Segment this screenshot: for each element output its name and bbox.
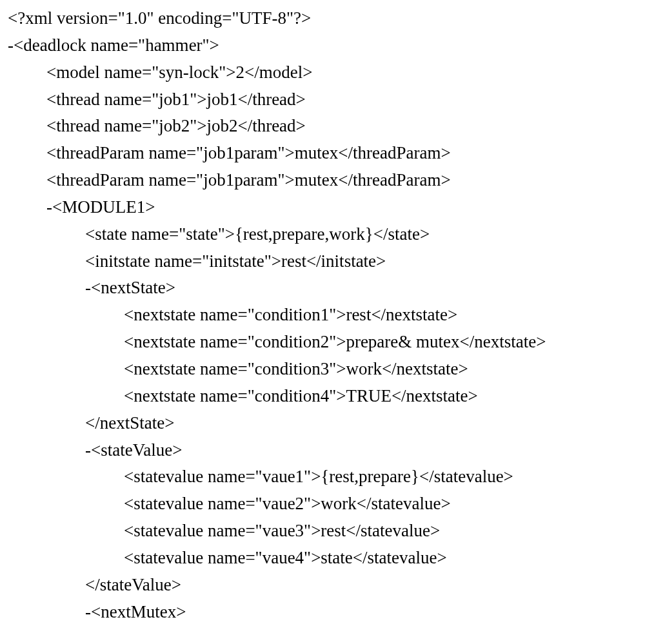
code-line: </nextState> — [8, 410, 637, 437]
code-line: <thread name="job1">job1</thread> — [8, 86, 637, 113]
code-line: -<nextState> — [8, 275, 637, 302]
xml-document: <?xml version="1.0" encoding="UTF-8"?>-<… — [8, 5, 637, 625]
code-line: <statevalue name="vaue2">work</statevalu… — [8, 491, 637, 518]
code-line: <nextstate name="condition2">prepare& mu… — [8, 329, 637, 356]
code-line: <statevalue name="vaue4">state</stateval… — [8, 545, 637, 572]
code-line: <statevalue name="vaue3">rest</statevalu… — [8, 518, 637, 545]
code-line: -<MODULE1> — [8, 194, 637, 221]
code-line: -<nextMutex> — [8, 599, 637, 626]
code-line: <nextstate name="condition1">rest</nexts… — [8, 302, 637, 329]
code-line: <initstate name="initstate">rest</initst… — [8, 248, 637, 275]
code-line: -<stateValue> — [8, 437, 637, 464]
code-line: <thread name="job2">job2</thread> — [8, 113, 637, 140]
code-line: <?xml version="1.0" encoding="UTF-8"?> — [8, 5, 637, 32]
code-line: <nextstate name="condition3">work</nexts… — [8, 356, 637, 383]
code-line: <model name="syn-lock">2</model> — [8, 59, 637, 86]
code-line: </stateValue> — [8, 572, 637, 599]
code-line: <statevalue name="vaue1">{rest,prepare}<… — [8, 463, 637, 491]
code-line: -<deadlock name="hammer"> — [8, 32, 637, 59]
code-line: <state name="state">{rest,prepare,work}<… — [8, 221, 637, 248]
code-line: <nextstate name="condition4">TRUE</nexts… — [8, 383, 637, 410]
code-line: <threadParam name="job1param">mutex</thr… — [8, 167, 637, 194]
code-line: <threadParam name="job1param">mutex</thr… — [8, 140, 637, 167]
